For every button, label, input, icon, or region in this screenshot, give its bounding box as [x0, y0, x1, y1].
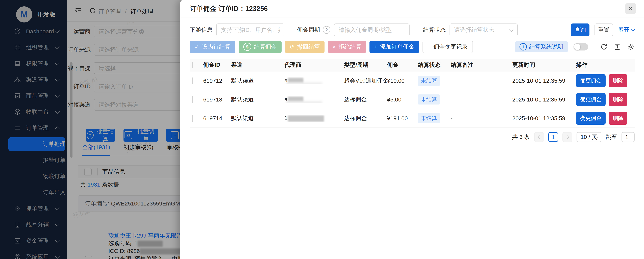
settle-remark: -: [451, 96, 512, 103]
col-type-period: 类型/周期: [344, 61, 387, 69]
list-icon: ≡: [428, 44, 431, 50]
row-height-icon[interactable]: [614, 43, 621, 51]
downstream-filter: 下游信息: [190, 24, 284, 36]
table-row: 619712 默认渠道 a 超会V10追加佣金 ¥10.00 未结算 - 202…: [190, 72, 634, 90]
commission-amount: ¥191.00: [387, 115, 418, 122]
col-channel: 渠道: [231, 61, 284, 69]
agent: a: [284, 96, 344, 103]
col-update-time: 更新时间: [512, 61, 576, 69]
info-icon: i: [520, 43, 527, 50]
row-checkbox[interactable]: [192, 78, 193, 84]
dollar-circle-icon: $: [243, 43, 251, 51]
chevron-left-icon: [538, 135, 542, 139]
settle-system-note[interactable]: i 结算系统说明: [515, 41, 568, 52]
query-button[interactable]: 查询: [571, 24, 590, 36]
update-time: 2025-10-01 12:35:59: [512, 78, 576, 84]
col-agent: 代理商: [284, 61, 344, 69]
reload-icon[interactable]: [600, 43, 608, 51]
col-commission: 佣金: [387, 61, 418, 69]
type-period: 达标佣金: [344, 96, 387, 103]
row-actions: 变更佣金 删除: [576, 112, 634, 125]
settle-status-select[interactable]: 请选择结算状态: [450, 24, 518, 36]
next-page-button[interactable]: [562, 132, 572, 142]
row-actions: 变更佣金 删除: [576, 93, 634, 106]
type-period: 超会V10追加佣金: [344, 77, 387, 84]
select-all-checkbox[interactable]: [192, 62, 193, 68]
agent: a: [284, 77, 344, 84]
status-badge: 未结算: [418, 94, 440, 104]
current-page[interactable]: 1: [548, 132, 558, 142]
commission-amount: ¥5.00: [387, 96, 418, 103]
drawer-body: 下游信息 佣金周期 ? 结算状态 请选择结算状态 查询: [180, 18, 644, 142]
status-badge: 未结算: [418, 76, 440, 86]
chevron-down-icon: [631, 27, 635, 31]
status-badge: 未结算: [418, 113, 440, 123]
prev-page-button[interactable]: [534, 132, 544, 142]
channel: 默认渠道: [231, 114, 284, 122]
settle-status-label: 结算状态: [423, 26, 446, 34]
header-checkbox-cell: [190, 62, 203, 68]
toggle-knob: [574, 44, 580, 50]
settle-commission-button[interactable]: $ 结算佣金: [238, 40, 282, 53]
commission-id: 619713: [203, 96, 231, 103]
help-icon[interactable]: ?: [323, 26, 330, 34]
downstream-input[interactable]: [216, 24, 284, 36]
drawer-header: 订单佣金 订单ID：123256 ×: [180, 0, 644, 18]
search-actions: 查询 重置 展开: [571, 24, 634, 36]
reset-button[interactable]: 重置: [594, 24, 613, 36]
app-screen: M 开发版 Dashboard 组织管理 权限管理 渠道管理: [0, 0, 644, 259]
add-order-commission-button[interactable]: + 添加订单佣金: [370, 40, 419, 53]
redacted-agent: [288, 116, 324, 122]
change-commission-button[interactable]: 变更佣金: [576, 74, 606, 87]
col-commission-id: 佣金ID: [203, 61, 231, 69]
table-row: 619713 默认渠道 a 达标佣金 ¥5.00 未结算 - 2025-10-0…: [190, 90, 634, 109]
agent: 1: [284, 115, 344, 122]
change-commission-button[interactable]: 变更佣金: [576, 112, 606, 125]
pagination: 共 3 条 1 10 / 页 跳至: [190, 132, 634, 142]
delete-button[interactable]: 删除: [608, 93, 628, 106]
commission-period-input[interactable]: [334, 24, 410, 36]
commission-table: 佣金ID 渠道 代理商 类型/周期 佣金 结算状态 结算备注 更新时间 操作 6…: [190, 59, 634, 128]
downstream-label: 下游信息: [190, 26, 212, 34]
commission-change-log-button[interactable]: ≡ 佣金变更记录: [422, 40, 473, 53]
plus-icon: +: [374, 44, 378, 50]
set-pending-settle-button[interactable]: ✓ 设为待结算: [190, 40, 235, 53]
settle-remark: -: [451, 78, 512, 84]
delete-button[interactable]: 删除: [608, 74, 628, 87]
row-checkbox[interactable]: [192, 96, 193, 103]
total-count: 共 3 条: [512, 133, 530, 141]
redacted-agent-line2: [286, 82, 322, 84]
close-button[interactable]: ×: [625, 3, 636, 14]
col-settle-status: 结算状态: [418, 61, 451, 69]
table-tools: i 结算系统说明: [515, 41, 634, 52]
table-header-row: 佣金ID 渠道 代理商 类型/周期 佣金 结算状态 结算备注 更新时间 操作: [190, 59, 634, 72]
reject-settle-button[interactable]: × 拒绝结算: [328, 40, 366, 53]
close-icon: ×: [628, 4, 633, 13]
channel: 默认渠道: [231, 77, 284, 84]
close-icon: ×: [332, 44, 336, 50]
table-row: 619714 默认渠道 1 达标佣金 ¥191.00 未结算 - 2025-10…: [190, 109, 634, 128]
withdraw-settle-button[interactable]: ↺ 撤回结算: [285, 40, 325, 53]
chevron-right-icon: [565, 135, 569, 139]
expand-link[interactable]: 展开: [618, 26, 634, 34]
chevron-down-icon: [509, 28, 514, 32]
delete-button[interactable]: 删除: [608, 112, 628, 125]
settle-status-filter: 结算状态 请选择结算状态: [423, 24, 518, 36]
commission-period-filter: 佣金周期 ?: [297, 24, 410, 36]
update-time: 2025-10-01 12:35:59: [512, 115, 576, 122]
jump-page-input[interactable]: [622, 132, 634, 142]
commission-id: 619712: [203, 78, 231, 84]
commission-id: 619714: [203, 115, 231, 122]
change-commission-button[interactable]: 变更佣金: [576, 93, 606, 106]
page-size-select[interactable]: 10 / 页: [576, 132, 602, 142]
jump-label: 跳至: [606, 133, 617, 141]
commission-amount: ¥10.00: [387, 78, 418, 84]
col-settle-remark: 结算备注: [451, 61, 512, 69]
commission-drawer: 订单佣金 订单ID：123256 × 下游信息 佣金周期 ? 结算状态 请选择结…: [180, 0, 644, 259]
divider: [594, 42, 594, 51]
toggle-switch[interactable]: [574, 43, 588, 50]
commission-period-label: 佣金周期: [297, 26, 320, 34]
gear-icon[interactable]: [627, 43, 634, 51]
row-checkbox[interactable]: [192, 115, 193, 122]
row-actions: 变更佣金 删除: [576, 74, 634, 87]
